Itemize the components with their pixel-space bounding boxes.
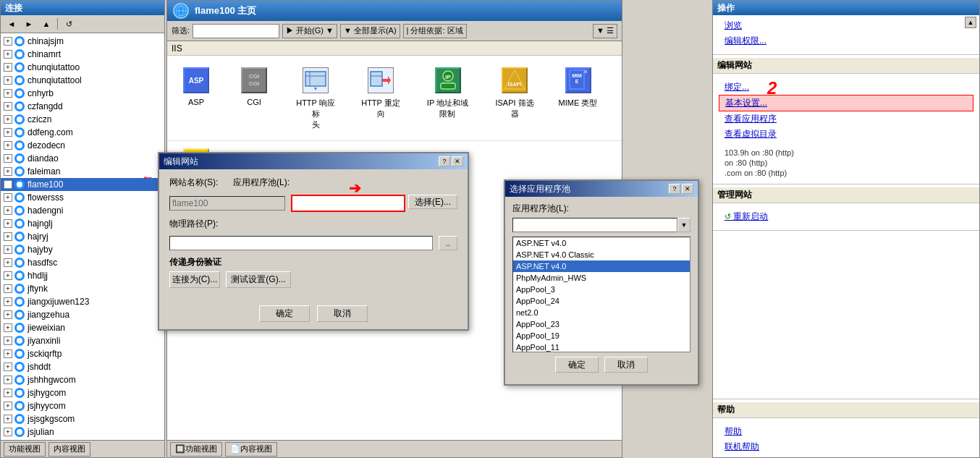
sidebar-item-jieweixian[interactable]: +jieweixian (1, 321, 164, 334)
sidebar-item-ddfeng.com[interactable]: +ddfeng.com (1, 126, 164, 139)
app-pool-combo-arrow[interactable]: ▼ (677, 218, 690, 232)
sidebar-up-btn[interactable]: ▲ (38, 17, 54, 31)
connect-as-btn[interactable]: 连接为(C)... (169, 271, 220, 288)
http-response-icon-item[interactable]: HTTP 响应标头 (290, 63, 341, 133)
view-vdirs-link[interactable]: 查看虚拟目录 (719, 127, 973, 142)
basic-settings-link[interactable]: 基本设置... (719, 95, 973, 111)
restart-link[interactable]: ↺ 重新启动 (719, 209, 973, 224)
sidebar-item-hajryj[interactable]: +hajryj (1, 230, 164, 243)
sidebar-item-cziczn[interactable]: +cziczn (1, 113, 164, 126)
tree-expander[interactable]: + (4, 258, 12, 267)
tree-expander[interactable]: + (4, 323, 12, 332)
tree-expander[interactable]: + (4, 336, 12, 345)
sidebar-item-jsckiqrftp[interactable]: +jsckiqrftp (1, 347, 164, 360)
view-applications-link[interactable]: 查看应用程序 (719, 111, 973, 127)
tree-expander[interactable]: + (4, 219, 12, 228)
app-pool-cancel-btn[interactable]: 取消 (604, 357, 648, 373)
tree-expander[interactable]: + (4, 128, 12, 137)
app-pool-combo-input[interactable]: ASP.NET v4.0 (512, 218, 677, 232)
sidebar-item-chinamrt[interactable]: +chinamrt (1, 48, 164, 61)
tree-expander[interactable]: + (4, 362, 12, 371)
group-btn[interactable]: | 分组依据: 区域 (403, 24, 467, 38)
tree-expander[interactable]: + (4, 89, 12, 98)
tree-expander[interactable]: + (4, 193, 12, 202)
tree-expander[interactable]: + (4, 63, 12, 72)
sidebar-refresh-btn[interactable]: ↺ (61, 17, 77, 31)
sidebar-item-hajyby[interactable]: +hajyby (1, 243, 164, 256)
app-pool-ok-btn[interactable]: 确定 (555, 357, 599, 373)
cgi-icon-item[interactable]: CGICGI CGI (232, 63, 276, 133)
tree-expander[interactable]: + (4, 376, 12, 384)
dialog-ok-btn[interactable]: 确定 (259, 305, 310, 322)
online-help-link[interactable]: 联机帮助 (719, 439, 973, 454)
main-content-view-tab[interactable]: 📄 内容视图 (225, 442, 277, 457)
tree-expander[interactable]: + (4, 271, 12, 280)
tree-expander[interactable]: + (4, 245, 12, 254)
tree-expander[interactable]: + (4, 297, 12, 306)
sidebar-item-chunqiutattoo[interactable]: +chunqiutattoo (1, 61, 164, 74)
tree-expander[interactable]: + (4, 115, 12, 124)
sidebar-item-dezodecn[interactable]: +dezodecn (1, 139, 164, 152)
sidebar-forward-btn[interactable]: ► (21, 17, 37, 31)
tree-expander[interactable]: + (4, 206, 12, 215)
app-pool-close-btn[interactable]: ✕ (682, 184, 693, 194)
sidebar-item-jiangzehua[interactable]: +jiangzehua (1, 308, 164, 321)
tree-expander[interactable]: + (4, 37, 12, 46)
sidebar-item-jshddt[interactable]: +jshddt (1, 360, 164, 373)
binding-link[interactable]: 绑定... (719, 80, 973, 95)
sidebar-feature-view-tab[interactable]: 功能视图 (4, 442, 46, 457)
pool-item-0[interactable]: ASP.NET v4.0 (513, 237, 690, 249)
tree-expander[interactable]: + (4, 232, 12, 241)
app-pool-list[interactable]: ASP.NET v4.0ASP.NET v4.0 ClassicASP.NET … (512, 237, 690, 352)
show-all-btn[interactable]: ▼ 全部显示(A) (340, 24, 400, 38)
sidebar-item-chinajsjm[interactable]: +chinajsjm (1, 35, 164, 48)
help-link[interactable]: 帮助 (719, 424, 973, 439)
sidebar-item-jsjhygcom[interactable]: +jsjhygcom (1, 386, 164, 399)
sidebar-item-flame100[interactable]: +flame100 (1, 178, 164, 191)
sidebar-item-jsjhyycom[interactable]: +jsjhyycom (1, 399, 164, 412)
pool-item-5[interactable]: AppPool_24 (513, 295, 690, 307)
sidebar-item-jsjulian[interactable]: +jsjulian (1, 425, 164, 438)
tree-expander[interactable]: + (4, 284, 12, 293)
browse-path-btn[interactable]: .. (439, 236, 457, 250)
pool-item-6[interactable]: net2.0 (513, 307, 690, 318)
tree-expander[interactable]: + (4, 154, 12, 163)
tree-expander[interactable]: + (4, 50, 12, 59)
tree-expander[interactable]: + (4, 167, 12, 176)
tree-expander[interactable]: + (4, 141, 12, 150)
tree-expander[interactable]: + (4, 389, 12, 397)
tree-expander[interactable]: + (4, 402, 12, 410)
right-panel-collapse-btn[interactable]: ▲ (965, 17, 976, 28)
select-pool-btn[interactable]: 选择(E)... (408, 195, 457, 209)
pool-item-2[interactable]: ASP.NET v4.0 (513, 260, 690, 272)
pool-item-4[interactable]: AppPool_3 (513, 284, 690, 295)
sidebar-item-chunqiutattool[interactable]: +chunqiutattool (1, 74, 164, 87)
isapi-icon-item[interactable]: ISAPI ISAPI 筛选器 (489, 63, 540, 133)
sidebar-item-hadengni[interactable]: +hadengni (1, 204, 164, 217)
sidebar-item-hhdljj[interactable]: +hhdljj (1, 269, 164, 282)
main-feature-view-tab[interactable]: 🔲 功能视图 (170, 442, 222, 457)
sidebar-item-czfangdd[interactable]: +czfangdd (1, 100, 164, 113)
pool-item-8[interactable]: AppPool_19 (513, 330, 690, 342)
app-pool-input[interactable]: net2.0 (292, 196, 404, 211)
dialog-question-btn[interactable]: ? (439, 156, 450, 166)
sidebar-item-hajnglj[interactable]: +hajnglj (1, 217, 164, 230)
test-settings-btn[interactable]: 测试设置(G)... (226, 271, 291, 288)
sidebar-item-diandao[interactable]: +diandao (1, 152, 164, 165)
edit-permissions-link[interactable]: 编辑权限... (719, 33, 973, 48)
dialog-close-btn[interactable]: ✕ (452, 156, 463, 166)
http-redirect-icon-item[interactable]: HTTP 重定向 (355, 63, 406, 133)
asp-icon-item[interactable]: ASP ASP (174, 63, 218, 133)
sidebar-item-jftynk[interactable]: +jftynk (1, 282, 164, 295)
pool-item-9[interactable]: AppPool_11 (513, 342, 690, 352)
sidebar-back-btn[interactable]: ◄ (4, 17, 20, 31)
sidebar-item-cnhyrb[interactable]: +cnhyrb (1, 87, 164, 100)
start-btn[interactable]: ▶ 开始(G) ▼ (282, 24, 337, 38)
sidebar-item-flowersss[interactable]: +flowersss (1, 191, 164, 204)
tree-expander[interactable]: + (4, 76, 12, 85)
sidebar-item-jshhhgwcom[interactable]: +jshhhgwcom (1, 373, 164, 386)
sidebar-item-jsjsgkgscom[interactable]: +jsjsgkgscom (1, 412, 164, 425)
app-pool-question-btn[interactable]: ? (669, 184, 680, 194)
mime-icon-item[interactable]: MIM E MIME 类型 (554, 63, 601, 133)
tree-expander[interactable]: + (4, 428, 12, 436)
